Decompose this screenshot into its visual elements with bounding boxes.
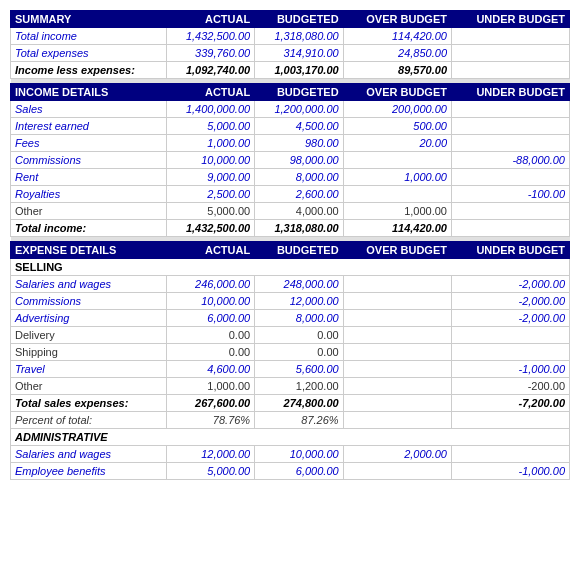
selling-actual-2: 6,000.00 — [166, 310, 254, 327]
admin-title: ADMINISTRATIVE — [11, 429, 570, 446]
selling-actual-6: 1,000.00 — [166, 378, 254, 395]
income-under-4 — [452, 169, 570, 186]
selling-budgeted-0: 248,000.00 — [255, 276, 343, 293]
admin-label-0: Salaries and wages — [11, 446, 167, 463]
income-actual-3: 10,000.00 — [166, 152, 254, 169]
selling-budgeted-5: 5,600.00 — [255, 361, 343, 378]
selling-under-5: -1,000.00 — [452, 361, 570, 378]
selling-row-1: Commissions 10,000.00 12,000.00 -2,000.0… — [11, 293, 570, 310]
income-row-7: Total income: 1,432,500.00 1,318,080.00 … — [11, 220, 570, 237]
summary-col-actual: ACTUAL — [166, 11, 254, 28]
expense-header-row: EXPENSE DETAILS ACTUAL BUDGETED OVER BUD… — [11, 242, 570, 259]
income-actual-0: 1,400,000.00 — [166, 101, 254, 118]
income-label-1: Interest earned — [11, 118, 167, 135]
income-actual-5: 2,500.00 — [166, 186, 254, 203]
selling-budgeted-1: 12,000.00 — [255, 293, 343, 310]
admin-actual-0: 12,000.00 — [166, 446, 254, 463]
selling-over-3 — [343, 327, 451, 344]
selling-under-7: -7,200.00 — [452, 395, 570, 412]
selling-label-8: Percent of total: — [11, 412, 167, 429]
selling-subheader: SELLING — [11, 259, 570, 276]
income-label-0: Sales — [11, 101, 167, 118]
admin-subheader: ADMINISTRATIVE — [11, 429, 570, 446]
selling-budgeted-4: 0.00 — [255, 344, 343, 361]
selling-row-7: Total sales expenses: 267,600.00 274,800… — [11, 395, 570, 412]
income-label-5: Royalties — [11, 186, 167, 203]
income-col-actual: ACTUAL — [166, 84, 254, 101]
selling-under-0: -2,000.00 — [452, 276, 570, 293]
income-label-4: Rent — [11, 169, 167, 186]
summary-row-1: Total expenses 339,760.00 314,910.00 24,… — [11, 45, 570, 62]
summary-col-budgeted: BUDGETED — [255, 11, 343, 28]
income-header-row: INCOME DETAILS ACTUAL BUDGETED OVER BUDG… — [11, 84, 570, 101]
selling-over-8 — [343, 412, 451, 429]
selling-over-7 — [343, 395, 451, 412]
income-over-0: 200,000.00 — [343, 101, 451, 118]
income-budgeted-3: 98,000.00 — [255, 152, 343, 169]
selling-title: SELLING — [11, 259, 570, 276]
selling-row-8: Percent of total: 78.76% 87.26% — [11, 412, 570, 429]
income-actual-1: 5,000.00 — [166, 118, 254, 135]
income-budgeted-2: 980.00 — [255, 135, 343, 152]
summary-over-0: 114,420.00 — [343, 28, 451, 45]
selling-label-2: Advertising — [11, 310, 167, 327]
income-budgeted-4: 8,000.00 — [255, 169, 343, 186]
income-col-over: OVER BUDGET — [343, 84, 451, 101]
income-actual-4: 9,000.00 — [166, 169, 254, 186]
summary-over-1: 24,850.00 — [343, 45, 451, 62]
selling-over-1 — [343, 293, 451, 310]
admin-budgeted-1: 6,000.00 — [255, 463, 343, 480]
summary-title: SUMMARY — [11, 11, 167, 28]
summary-label-1: Total expenses — [11, 45, 167, 62]
summary-label-0: Total income — [11, 28, 167, 45]
selling-under-1: -2,000.00 — [452, 293, 570, 310]
income-over-6: 1,000.00 — [343, 203, 451, 220]
selling-under-8 — [452, 412, 570, 429]
income-label-7: Total income: — [11, 220, 167, 237]
expense-col-over: OVER BUDGET — [343, 242, 451, 259]
income-title: INCOME DETAILS — [11, 84, 167, 101]
selling-row-2: Advertising 6,000.00 8,000.00 -2,000.00 — [11, 310, 570, 327]
selling-actual-8: 78.76% — [166, 412, 254, 429]
selling-row-4: Shipping 0.00 0.00 — [11, 344, 570, 361]
income-over-7: 114,420.00 — [343, 220, 451, 237]
income-row-4: Rent 9,000.00 8,000.00 1,000.00 — [11, 169, 570, 186]
selling-over-2 — [343, 310, 451, 327]
admin-under-1: -1,000.00 — [452, 463, 570, 480]
summary-under-0 — [452, 28, 570, 45]
selling-actual-1: 10,000.00 — [166, 293, 254, 310]
income-under-0 — [452, 101, 570, 118]
selling-under-3 — [452, 327, 570, 344]
income-label-6: Other — [11, 203, 167, 220]
admin-over-1 — [343, 463, 451, 480]
selling-row-5: Travel 4,600.00 5,600.00 -1,000.00 — [11, 361, 570, 378]
expense-col-actual: ACTUAL — [166, 242, 254, 259]
summary-over-2: 89,570.00 — [343, 62, 451, 79]
summary-col-under: UNDER BUDGET — [452, 11, 570, 28]
income-actual-2: 1,000.00 — [166, 135, 254, 152]
selling-actual-7: 267,600.00 — [166, 395, 254, 412]
admin-label-1: Employee benefits — [11, 463, 167, 480]
income-under-5: -100.00 — [452, 186, 570, 203]
income-col-under: UNDER BUDGET — [452, 84, 570, 101]
income-over-2: 20.00 — [343, 135, 451, 152]
summary-row-0: Total income 1,432,500.00 1,318,080.00 1… — [11, 28, 570, 45]
summary-header-row: SUMMARY ACTUAL BUDGETED OVER BUDGET UNDE… — [11, 11, 570, 28]
summary-budgeted-2: 1,003,170.00 — [255, 62, 343, 79]
income-row-0: Sales 1,400,000.00 1,200,000.00 200,000.… — [11, 101, 570, 118]
income-label-2: Fees — [11, 135, 167, 152]
expense-col-budgeted: BUDGETED — [255, 242, 343, 259]
selling-label-5: Travel — [11, 361, 167, 378]
admin-row-0: Salaries and wages 12,000.00 10,000.00 2… — [11, 446, 570, 463]
budget-table: SUMMARY ACTUAL BUDGETED OVER BUDGET UNDE… — [10, 10, 570, 480]
selling-row-6: Other 1,000.00 1,200.00 -200.00 — [11, 378, 570, 395]
income-actual-6: 5,000.00 — [166, 203, 254, 220]
admin-row-1: Employee benefits 5,000.00 6,000.00 -1,0… — [11, 463, 570, 480]
income-under-6 — [452, 203, 570, 220]
income-budgeted-1: 4,500.00 — [255, 118, 343, 135]
selling-actual-3: 0.00 — [166, 327, 254, 344]
admin-over-0: 2,000.00 — [343, 446, 451, 463]
selling-label-7: Total sales expenses: — [11, 395, 167, 412]
income-over-3 — [343, 152, 451, 169]
selling-over-6 — [343, 378, 451, 395]
